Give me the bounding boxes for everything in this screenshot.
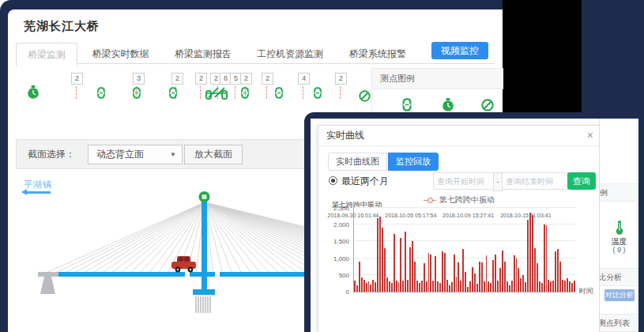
chart-plot bbox=[353, 208, 575, 292]
sensor-count-badge: 4 bbox=[298, 73, 310, 85]
chain-link-icon[interactable] bbox=[241, 87, 249, 99]
tab-ipc-resource[interactable]: 工控机资源监测 bbox=[246, 43, 334, 65]
thermometer-icon[interactable] bbox=[600, 220, 638, 236]
dashed-connector bbox=[266, 86, 267, 99]
chain-link-icon[interactable] bbox=[275, 87, 283, 99]
screen-black-region bbox=[503, 0, 582, 112]
dialog-title: 实时曲线 bbox=[326, 130, 364, 141]
end-time-input[interactable] bbox=[502, 172, 568, 190]
side-panel: 测点图例 温度 ( 9 ) 对比分析 对比分析 报警测点列表 bbox=[599, 119, 638, 332]
recent-two-months-radio[interactable] bbox=[329, 176, 337, 185]
close-icon[interactable]: × bbox=[587, 126, 593, 145]
sensor-count-badge: 2 bbox=[71, 73, 83, 85]
chevron-down-icon: ▼ bbox=[170, 145, 176, 164]
chain-link-icon[interactable] bbox=[133, 87, 141, 99]
dashed-connector bbox=[76, 86, 77, 99]
recent-two-months-label: 最近两个月 bbox=[341, 175, 389, 188]
realtime-curve-dialog: 实时曲线 × 实时曲线图 监控回放 最近两个月 - 查询 第七跨跨中振动 第七跨… bbox=[318, 125, 601, 332]
stopwatch-icon[interactable] bbox=[27, 85, 40, 100]
dialog-header: 实时曲线 × bbox=[318, 126, 600, 146]
page-title: 芜湖长江大桥 bbox=[24, 19, 100, 34]
tab-bridge-monitor[interactable]: 桥梁监测 bbox=[16, 43, 77, 66]
section-select[interactable]: 动态背立面 ▼ bbox=[88, 145, 183, 164]
chain-link-icon bbox=[402, 98, 412, 111]
ban-icon bbox=[481, 99, 494, 111]
direction-label: 平湖镇 bbox=[24, 179, 52, 191]
section-select-value: 动态背立面 bbox=[96, 149, 144, 160]
alarm-point-list-title: 报警测点列表 bbox=[600, 314, 638, 332]
side-legend-title: 测点图例 bbox=[600, 183, 638, 202]
sensor-count-badge: 2 bbox=[171, 73, 183, 85]
modal-window: 实时曲线 × 实时曲线图 监控回放 最近两个月 - 查询 第七跨跨中振动 第七跨… bbox=[311, 119, 638, 332]
section-select-label: 截面选择： bbox=[28, 148, 75, 161]
bearing-truss-icon[interactable] bbox=[205, 86, 228, 100]
temperature-count: ( 9 ) bbox=[600, 246, 638, 254]
query-button[interactable]: 查询 bbox=[567, 172, 596, 190]
chart-xaxis-name: 时间 bbox=[579, 286, 593, 296]
sensor-count-badge: 2 bbox=[195, 73, 207, 85]
bridge-tower bbox=[201, 201, 207, 291]
sensor-count-badge: 2 bbox=[335, 73, 347, 85]
chart-bars bbox=[354, 208, 575, 292]
zoom-section-button[interactable]: 放大截面 bbox=[184, 145, 243, 164]
ban-icon[interactable] bbox=[359, 90, 371, 102]
video-monitor-button[interactable]: 视频监控 bbox=[431, 42, 488, 59]
tab-realtime-curve[interactable]: 实时曲线图 bbox=[328, 153, 387, 171]
tab-system-alarm[interactable]: 桥梁系统报警 bbox=[338, 43, 417, 65]
modal-window-frame: 实时曲线 × 实时曲线图 监控回放 最近两个月 - 查询 第七跨跨中振动 第七跨… bbox=[304, 112, 644, 332]
sensor-count-badge: 2 bbox=[262, 73, 273, 85]
dashed-connector bbox=[235, 86, 235, 99]
dashed-connector bbox=[200, 86, 201, 99]
stopwatch-icon bbox=[442, 98, 454, 112]
tab-bar: 桥梁监测 桥梁实时数据 桥梁监测报告 工控机资源监测 桥梁系统报警 视频监控 bbox=[16, 42, 495, 64]
legend-marker-icon bbox=[424, 200, 436, 201]
chart-yaxis: 05001,0001,5002,0002,500 bbox=[320, 208, 352, 292]
sensor-count-badge: 2 bbox=[240, 73, 252, 85]
sensor-count-badge: 3 bbox=[133, 73, 145, 85]
chain-link-icon[interactable] bbox=[97, 87, 105, 99]
bridge-pier bbox=[38, 272, 58, 294]
page-background: 芜湖长江大桥 桥梁监测 桥梁实时数据 桥梁监测报告 工控机资源监测 桥梁系统报警… bbox=[0, 0, 644, 332]
chain-link-icon[interactable] bbox=[314, 87, 322, 99]
legend-label: 第七跨跨中振动 bbox=[439, 195, 495, 204]
dashed-connector bbox=[303, 86, 303, 99]
legend-panel-title: 测点图例 bbox=[372, 68, 503, 89]
tab-monitor-playback[interactable]: 监控回放 bbox=[388, 153, 439, 171]
compare-section-title: 对比分析 bbox=[600, 268, 638, 286]
dashed-connector bbox=[340, 86, 341, 99]
compare-analysis-button[interactable]: 对比分析 bbox=[604, 289, 635, 301]
tab-realtime-data[interactable]: 桥梁实时数据 bbox=[81, 43, 160, 65]
start-time-input[interactable] bbox=[433, 172, 499, 190]
tab-monitor-report[interactable]: 桥梁监测报告 bbox=[164, 43, 243, 65]
bridge-foundation-cap bbox=[193, 289, 215, 295]
chain-link-icon[interactable] bbox=[169, 87, 177, 99]
